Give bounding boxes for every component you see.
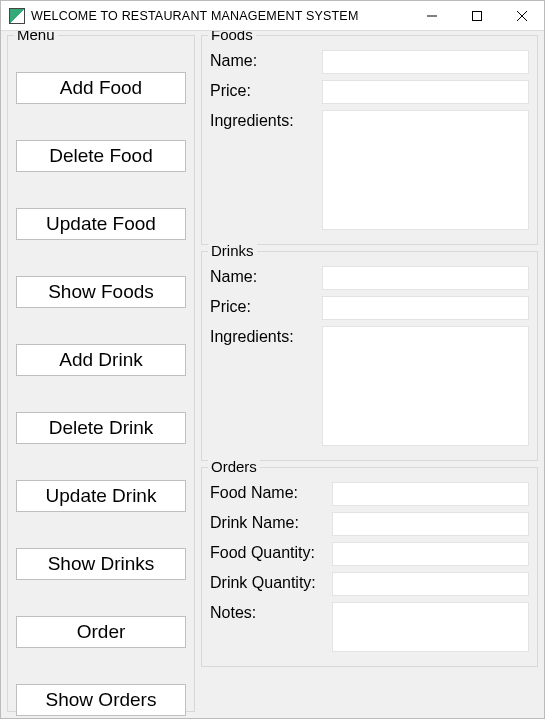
app-window: WELCOME TO RESTAURANT MANAGEMENT SYSTEM … [0,0,545,719]
foods-name-label: Name: [210,50,318,70]
add-food-button[interactable]: Add Food [16,72,186,104]
drinks-name-label: Name: [210,266,318,286]
window-title: WELCOME TO RESTAURANT MANAGEMENT SYSTEM [31,9,409,23]
minimize-icon [427,11,437,21]
minimize-button[interactable] [409,1,454,30]
foods-legend: Foods [208,31,256,43]
maximize-icon [472,11,482,21]
drinks-ingredients-label: Ingredients: [210,326,318,346]
show-orders-button[interactable]: Show Orders [16,684,186,716]
close-button[interactable] [499,1,544,30]
orders-drink-name-label: Drink Name: [210,512,328,532]
orders-drink-qty-input[interactable] [332,572,529,596]
drinks-price-input[interactable] [322,296,529,320]
titlebar: WELCOME TO RESTAURANT MANAGEMENT SYSTEM [1,1,544,31]
show-foods-button[interactable]: Show Foods [16,276,186,308]
menu-legend: Menu [14,31,58,43]
foods-group: Foods Name: Price: Ingredients: [201,35,538,245]
drinks-ingredients-input[interactable] [322,326,529,446]
foods-price-label: Price: [210,80,318,100]
menu-group: Menu Add Food Delete Food Update Food Sh… [7,35,195,712]
window-controls [409,1,544,30]
orders-drink-qty-label: Drink Quantity: [210,572,328,592]
delete-food-button[interactable]: Delete Food [16,140,186,172]
close-icon [517,11,527,21]
svg-rect-1 [472,11,481,20]
maximize-button[interactable] [454,1,499,30]
update-drink-button[interactable]: Update Drink [16,480,186,512]
drinks-group: Drinks Name: Price: Ingredients: [201,251,538,461]
show-drinks-button[interactable]: Show Drinks [16,548,186,580]
menu-button-list: Add Food Delete Food Update Food Show Fo… [16,50,186,716]
drinks-legend: Drinks [208,242,257,259]
orders-legend: Orders [208,458,260,475]
orders-food-name-label: Food Name: [210,482,328,502]
delete-drink-button[interactable]: Delete Drink [16,412,186,444]
client-area: Menu Add Food Delete Food Update Food Sh… [1,31,544,718]
app-icon [9,8,25,24]
right-column: Foods Name: Price: Ingredients: Drinks N… [201,35,538,712]
orders-group: Orders Food Name: Drink Name: Food Quant… [201,467,538,667]
foods-name-input[interactable] [322,50,529,74]
orders-drink-name-input[interactable] [332,512,529,536]
update-food-button[interactable]: Update Food [16,208,186,240]
order-button[interactable]: Order [16,616,186,648]
orders-food-qty-input[interactable] [332,542,529,566]
orders-notes-label: Notes: [210,602,328,622]
foods-ingredients-input[interactable] [322,110,529,230]
drinks-name-input[interactable] [322,266,529,290]
add-drink-button[interactable]: Add Drink [16,344,186,376]
foods-price-input[interactable] [322,80,529,104]
orders-food-qty-label: Food Quantity: [210,542,328,562]
foods-ingredients-label: Ingredients: [210,110,318,130]
orders-food-name-input[interactable] [332,482,529,506]
drinks-price-label: Price: [210,296,318,316]
orders-notes-input[interactable] [332,602,529,652]
